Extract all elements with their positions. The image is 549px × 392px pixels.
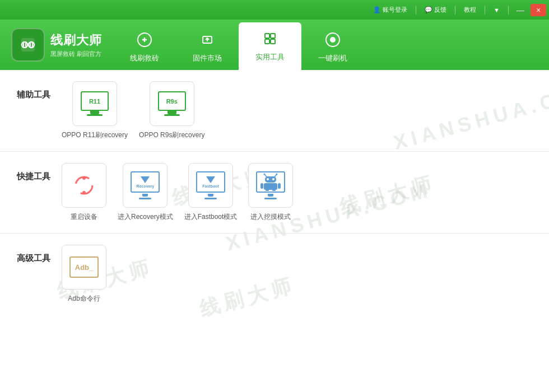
svg-point-24 — [264, 174, 266, 175]
tab-tools-label: 实用工具 — [255, 52, 285, 62]
tab-firmware[interactable]: 固件市场 — [176, 25, 239, 70]
tab-firmware-label: 固件市场 — [193, 53, 222, 63]
svg-point-25 — [276, 174, 278, 175]
tab-onekey[interactable]: 一键刷机 — [301, 25, 364, 70]
main-content: 线刷大师 XIANSHUA.COM 线刷大师 XIANSHUA.COM 线刷大师… — [0, 70, 549, 392]
tool-restart[interactable]: 重启设备 — [62, 163, 106, 222]
dropdown-button[interactable]: ▼ — [489, 6, 504, 15]
sep3 — [485, 6, 485, 15]
sep1 — [416, 6, 416, 15]
quick-tools: 重启设备 Recovery — [62, 163, 532, 222]
adb-icon-box: Adb_ — [62, 245, 106, 290]
nav-tabs: 线刷救砖 固件市场 实用工具 — [113, 20, 549, 70]
titlebar-controls: 👤 账号登录 💬 反馈 教程 ▼ — × — [369, 4, 546, 16]
tool-fastboot[interactable]: Fastboot 进入Fastboot模式 — [184, 163, 238, 222]
svg-rect-30 — [260, 183, 263, 189]
oppo-r11-icon: R11 — [72, 81, 117, 126]
recovery-icon-box: Recovery — [123, 163, 168, 208]
tab-tools[interactable]: 实用工具 — [239, 22, 301, 70]
header: 线刷大师 黑屏救砖 刷回官方 线刷救砖 — [0, 20, 549, 70]
svg-rect-13 — [265, 34, 269, 38]
mining-label: 进入挖摸模式 — [250, 212, 291, 222]
restart-icon — [62, 163, 106, 208]
minimize-button[interactable]: — — [513, 4, 528, 16]
adb-label: Adb命令行 — [68, 294, 100, 304]
tools-icon — [262, 31, 278, 50]
svg-point-18 — [330, 37, 336, 43]
sep2 — [455, 6, 455, 15]
svg-point-28 — [272, 178, 274, 180]
tool-mining[interactable]: 进入挖摸模式 — [248, 163, 293, 222]
section-quick: 快捷工具 重启设备 — [0, 152, 549, 234]
section-quick-label: 快捷工具 — [17, 163, 62, 182]
account-icon: 👤 — [373, 6, 381, 13]
logo-text: 线刷大师 黑屏救砖 刷回官方 — [50, 32, 102, 58]
mining-icon-box — [248, 163, 293, 208]
svg-rect-15 — [265, 39, 269, 44]
section-advanced-label: 高级工具 — [17, 245, 62, 264]
account-button[interactable]: 👤 账号登录 — [369, 4, 412, 15]
restart-label: 重启设备 — [71, 212, 97, 222]
tab-onekey-label: 一键刷机 — [318, 53, 347, 63]
firmware-icon — [199, 32, 215, 51]
oppo-r9s-icon: R9s — [150, 81, 194, 126]
rescue-icon — [137, 32, 152, 51]
tool-recovery[interactable]: Recovery 进入Recovery模式 — [118, 163, 173, 222]
tool-oppo-r11[interactable]: R11 OPPO R11刷recovery — [62, 81, 128, 140]
svg-rect-16 — [271, 39, 275, 44]
feedback-button[interactable]: 💬 反馈 — [420, 4, 451, 15]
section-auxiliary-label: 辅助工具 — [17, 81, 62, 100]
svg-rect-32 — [266, 189, 269, 191]
section-advanced: 高级工具 Adb_ Adb命令行 — [0, 234, 549, 315]
svg-rect-26 — [265, 176, 276, 183]
oppo-r9s-label: OPPO R9s刷recovery — [139, 130, 204, 140]
svg-rect-33 — [272, 189, 276, 191]
app-title: 线刷大师 — [50, 32, 102, 49]
app-subtitle: 黑屏救砖 刷回官方 — [50, 50, 102, 58]
svg-rect-29 — [264, 183, 277, 190]
tool-adb[interactable]: Adb_ Adb命令行 — [62, 245, 106, 304]
tutorial-label: 教程 — [464, 6, 476, 14]
svg-point-27 — [267, 178, 269, 180]
advanced-tools: Adb_ Adb命令行 — [62, 245, 532, 304]
svg-rect-14 — [271, 34, 275, 38]
svg-point-20 — [82, 176, 86, 180]
oppo-r11-label: OPPO R11刷recovery — [62, 130, 128, 140]
feedback-label: 反馈 — [434, 6, 446, 14]
titlebar: 👤 账号登录 💬 反馈 教程 ▼ — × — [0, 0, 549, 20]
account-label: 账号登录 — [383, 6, 407, 14]
auxiliary-tools: R11 OPPO R11刷recovery R9s — [62, 81, 532, 140]
recovery-label: 进入Recovery模式 — [118, 212, 173, 222]
feedback-icon: 💬 — [425, 6, 432, 13]
logo-area: 线刷大师 黑屏救砖 刷回官方 — [0, 28, 113, 62]
onekey-icon — [325, 32, 341, 51]
sep4 — [508, 6, 509, 15]
svg-point-21 — [82, 191, 86, 194]
fastboot-icon-box: Fastboot — [188, 163, 233, 208]
content-area: 辅助工具 R11 OPPO R11刷recovery — [0, 70, 549, 315]
tool-oppo-r9s[interactable]: R9s OPPO R9s刷recovery — [139, 81, 204, 140]
tab-rescue[interactable]: 线刷救砖 — [113, 25, 176, 70]
fastboot-label: 进入Fastboot模式 — [184, 212, 238, 222]
close-button[interactable]: × — [531, 4, 546, 16]
section-auxiliary: 辅助工具 R11 OPPO R11刷recovery — [0, 70, 549, 152]
tab-rescue-label: 线刷救砖 — [130, 53, 159, 63]
tutorial-button[interactable]: 教程 — [459, 4, 481, 15]
svg-rect-31 — [278, 183, 281, 189]
logo-icon — [11, 28, 45, 62]
